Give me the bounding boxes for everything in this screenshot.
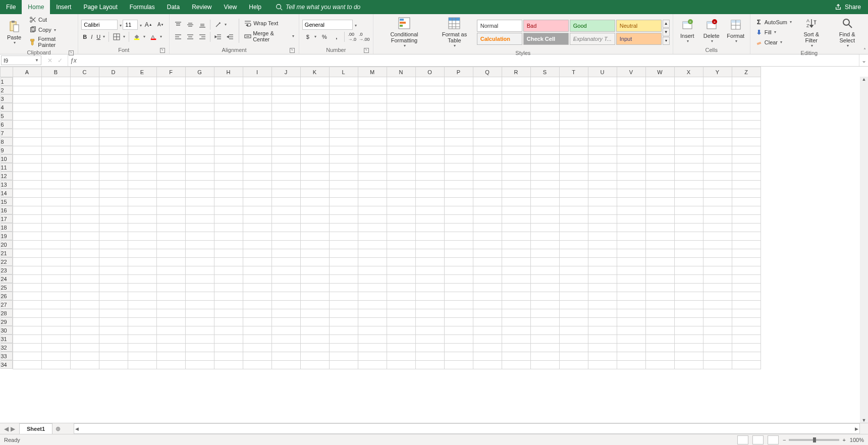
cell[interactable]: [530, 189, 559, 197]
cell[interactable]: [502, 223, 530, 232]
cell[interactable]: [387, 249, 415, 257]
tab-file[interactable]: File: [0, 0, 22, 14]
cell[interactable]: [473, 154, 502, 163]
cell[interactable]: [99, 189, 128, 197]
cell[interactable]: [473, 283, 502, 292]
row-header[interactable]: 28: [1, 309, 13, 317]
cell[interactable]: [214, 292, 243, 300]
cell[interactable]: [99, 257, 128, 266]
cell[interactable]: [703, 343, 732, 352]
cell[interactable]: [329, 317, 358, 326]
cell[interactable]: [387, 206, 415, 214]
cell[interactable]: [502, 112, 530, 120]
cell[interactable]: [156, 352, 185, 360]
cell[interactable]: [617, 94, 645, 103]
sheet-tab-sheet1[interactable]: Sheet1: [19, 423, 52, 434]
cell[interactable]: [444, 257, 473, 266]
cell[interactable]: [70, 335, 99, 343]
cell[interactable]: [300, 206, 329, 214]
cell[interactable]: [588, 146, 617, 154]
cell[interactable]: [272, 197, 300, 206]
cell[interactable]: [185, 189, 214, 197]
cell[interactable]: [185, 214, 214, 223]
cell[interactable]: [99, 317, 128, 326]
cell[interactable]: [99, 300, 128, 309]
cell[interactable]: [674, 206, 703, 214]
cell[interactable]: [559, 249, 588, 257]
cell[interactable]: [674, 112, 703, 120]
tab-data[interactable]: Data: [161, 0, 186, 14]
cell[interactable]: [502, 146, 530, 154]
cell[interactable]: [156, 300, 185, 309]
cell[interactable]: [645, 112, 674, 120]
cell-style-good[interactable]: Good: [570, 20, 615, 32]
cell[interactable]: [732, 172, 761, 180]
cell[interactable]: [156, 360, 185, 369]
cell[interactable]: [444, 86, 473, 94]
cell[interactable]: [387, 137, 415, 146]
column-header[interactable]: A: [13, 67, 41, 77]
cell[interactable]: [703, 257, 732, 266]
cell[interactable]: [300, 343, 329, 352]
horizontal-scrollbar[interactable]: ◀ ▶: [74, 423, 860, 434]
cell[interactable]: [703, 326, 732, 335]
cell[interactable]: [300, 86, 329, 94]
cell[interactable]: [243, 223, 272, 232]
cell[interactable]: [300, 249, 329, 257]
format-painter-button[interactable]: Format Painter: [27, 35, 75, 48]
cell[interactable]: [156, 94, 185, 103]
cell[interactable]: [415, 86, 444, 94]
cell[interactable]: [70, 197, 99, 206]
cell[interactable]: [415, 172, 444, 180]
cell[interactable]: [530, 257, 559, 266]
cell[interactable]: [128, 120, 156, 129]
cell[interactable]: [214, 120, 243, 129]
cell[interactable]: [358, 112, 387, 120]
font-name-dropdown[interactable]: [119, 21, 122, 28]
cell[interactable]: [387, 292, 415, 300]
cell[interactable]: [588, 214, 617, 223]
cell[interactable]: [617, 206, 645, 214]
cell[interactable]: [41, 292, 70, 300]
cell[interactable]: [674, 197, 703, 206]
cell[interactable]: [444, 274, 473, 283]
cell[interactable]: [674, 163, 703, 172]
cell[interactable]: [415, 214, 444, 223]
conditional-formatting-button[interactable]: Conditional Formatting: [376, 15, 432, 49]
cell[interactable]: [588, 300, 617, 309]
cell[interactable]: [214, 257, 243, 266]
cell[interactable]: [13, 292, 41, 300]
cell[interactable]: [156, 232, 185, 240]
cell[interactable]: [41, 232, 70, 240]
cell[interactable]: [13, 283, 41, 292]
cell[interactable]: [13, 112, 41, 120]
cell[interactable]: [185, 163, 214, 172]
cell[interactable]: [272, 266, 300, 274]
cell[interactable]: [13, 94, 41, 103]
page-break-view-button[interactable]: [768, 435, 779, 444]
column-header[interactable]: Q: [473, 67, 502, 77]
cell[interactable]: [329, 240, 358, 249]
cell[interactable]: [128, 240, 156, 249]
cell[interactable]: [444, 232, 473, 240]
cell[interactable]: [645, 172, 674, 180]
cell[interactable]: [732, 309, 761, 317]
cell[interactable]: [617, 343, 645, 352]
cell[interactable]: [41, 189, 70, 197]
cell[interactable]: [674, 214, 703, 223]
cell[interactable]: [387, 266, 415, 274]
cell[interactable]: [732, 240, 761, 249]
increase-decimal-button[interactable]: .00→.0: [347, 32, 358, 41]
font-name-combo[interactable]: [81, 20, 118, 30]
cell[interactable]: [243, 352, 272, 360]
cell[interactable]: [243, 240, 272, 249]
border-button[interactable]: [111, 32, 127, 41]
fill-color-button[interactable]: [131, 32, 147, 41]
cell[interactable]: [473, 180, 502, 189]
cell[interactable]: [99, 163, 128, 172]
cell[interactable]: [128, 146, 156, 154]
cell[interactable]: [99, 172, 128, 180]
cell[interactable]: [214, 103, 243, 112]
cell[interactable]: [243, 292, 272, 300]
cell[interactable]: [358, 180, 387, 189]
